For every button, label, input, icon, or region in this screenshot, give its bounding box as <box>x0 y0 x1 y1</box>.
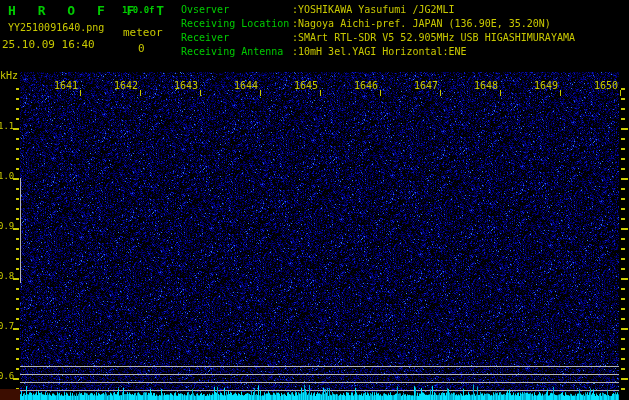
station-row-value: :YOSHIKAWA Yasufumi /JG2MLI <box>292 4 455 15</box>
station-row-label: Ovserver <box>181 4 229 15</box>
freq-tick-label: 0.7 <box>0 322 13 332</box>
station-row-label: Receiving Antenna <box>181 46 283 57</box>
freq-tick-label: 1.1 <box>0 122 13 132</box>
time-tick-label: 1642 <box>112 80 138 91</box>
freq-tick-label: 0.9 <box>0 222 13 232</box>
time-tick-label: 1644 <box>232 80 258 91</box>
freq-tick-label: 0.6 <box>0 372 13 382</box>
station-row-value: :10mH 3el.YAGI Horizontal:ENE <box>292 46 467 57</box>
freq-tick-label: 1.0 <box>0 172 13 182</box>
hrofft-window: H R O F F T 1.0.0f YY2510091640.png mete… <box>0 0 629 400</box>
time-tick-label: 1650 <box>592 80 618 91</box>
mode-label: meteor <box>123 27 163 39</box>
station-row-label: Receiving Location <box>181 18 289 29</box>
time-tick-label: 1649 <box>532 80 558 91</box>
meteor-count: 0 <box>138 43 145 55</box>
datetime-label: 25.10.09 16:40 <box>2 39 95 51</box>
station-row-label: Receiver <box>181 32 229 43</box>
station-row-value: :Nagoya Aichi-pref. JAPAN (136.90E, 35.2… <box>292 18 551 29</box>
y-axis-unit: kHz <box>0 70 18 81</box>
app-version: 1.0.0f <box>122 6 155 16</box>
time-tick-label: 1641 <box>52 80 78 91</box>
output-filename: YY2510091640.png <box>8 22 104 33</box>
time-tick-label: 1645 <box>292 80 318 91</box>
time-tick-label: 1646 <box>352 80 378 91</box>
time-tick-label: 1647 <box>412 80 438 91</box>
station-row-value: :SMArt RTL-SDR V5 52.905MHz USB HIGASHIM… <box>292 32 575 43</box>
time-tick-label: 1643 <box>172 80 198 91</box>
spectrogram-canvas <box>0 0 629 400</box>
time-tick-label: 1648 <box>472 80 498 91</box>
freq-tick-label: 0.8 <box>0 272 13 282</box>
